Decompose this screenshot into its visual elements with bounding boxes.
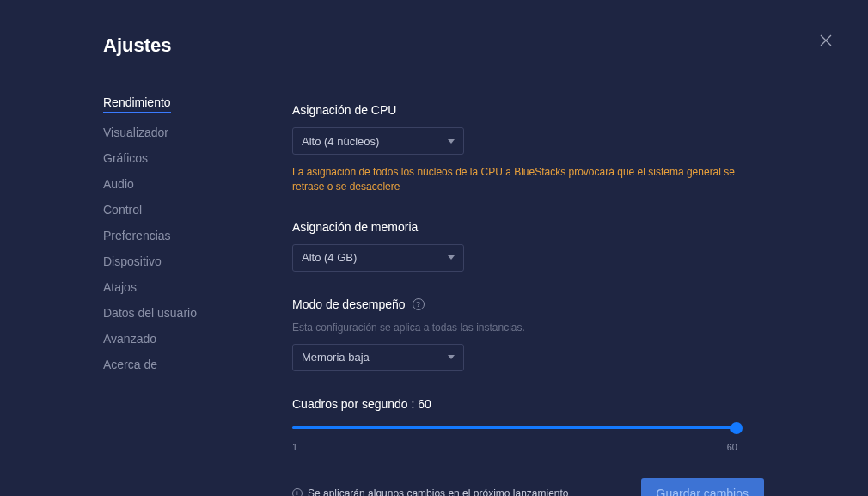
memory-section: Asignación de memoria Alto (4 GB): [292, 220, 765, 272]
memory-dropdown[interactable]: Alto (4 GB): [292, 244, 464, 272]
performance-dropdown[interactable]: Memoria baja: [292, 344, 464, 371]
slider-thumb[interactable]: [730, 422, 743, 434]
sidebar: Ajustes Rendimiento Visualizador Gráfico…: [103, 34, 292, 496]
fps-min: 1: [292, 442, 297, 452]
performance-sublabel: Esta configuración se aplica a todas las…: [292, 321, 765, 334]
close-button[interactable]: [820, 34, 832, 50]
fps-section: Cuadros por segundo : 60 1 60: [292, 397, 765, 452]
sidebar-item-avanzado[interactable]: Avanzado: [103, 332, 156, 346]
fps-label: Cuadros por segundo : 60: [292, 397, 765, 411]
cpu-label: Asignación de CPU: [292, 103, 765, 117]
sidebar-item-visualizador[interactable]: Visualizador: [103, 126, 168, 139]
performance-label: Modo de desempeño ?: [292, 297, 765, 311]
chevron-down-icon: [448, 355, 455, 359]
slider-track: [292, 426, 737, 429]
help-icon[interactable]: ?: [413, 298, 425, 310]
fps-slider[interactable]: [292, 421, 737, 435]
sidebar-item-audio[interactable]: Audio: [103, 177, 134, 191]
sidebar-item-rendimiento[interactable]: Rendimiento: [103, 95, 171, 113]
cpu-section: Asignación de CPU Alto (4 núcleos) La as…: [292, 103, 765, 194]
memory-label: Asignación de memoria: [292, 220, 765, 234]
cpu-dropdown[interactable]: Alto (4 núcleos): [292, 127, 464, 155]
sidebar-item-preferencias[interactable]: Preferencias: [103, 229, 171, 242]
sidebar-item-datos-usuario[interactable]: Datos del usuario: [103, 306, 197, 320]
performance-section: Modo de desempeño ? Esta configuración s…: [292, 297, 765, 371]
save-button[interactable]: Guardar cambios: [641, 478, 764, 496]
close-icon: [820, 34, 832, 46]
memory-dropdown-value: Alto (4 GB): [302, 251, 357, 264]
sidebar-item-atajos[interactable]: Atajos: [103, 280, 137, 294]
fps-max: 60: [727, 442, 737, 452]
footer: i Se aplicarán algunos cambios en el pró…: [292, 478, 764, 496]
chevron-down-icon: [448, 255, 455, 260]
sidebar-item-control[interactable]: Control: [103, 203, 142, 217]
page-title: Ajustes: [103, 34, 292, 57]
cpu-warning: La asignación de todos los núcleos de la…: [292, 165, 739, 194]
info-text: i Se aplicarán algunos cambios en el pró…: [292, 487, 569, 496]
performance-dropdown-value: Memoria baja: [302, 351, 370, 364]
sidebar-item-acerca-de[interactable]: Acerca de: [103, 358, 157, 371]
info-icon: i: [292, 488, 303, 496]
chevron-down-icon: [448, 139, 455, 144]
content: Asignación de CPU Alto (4 núcleos) La as…: [292, 34, 765, 496]
cpu-dropdown-value: Alto (4 núcleos): [302, 135, 379, 148]
sidebar-item-dispositivo[interactable]: Dispositivo: [103, 254, 162, 268]
sidebar-item-graficos[interactable]: Gráficos: [103, 151, 148, 165]
